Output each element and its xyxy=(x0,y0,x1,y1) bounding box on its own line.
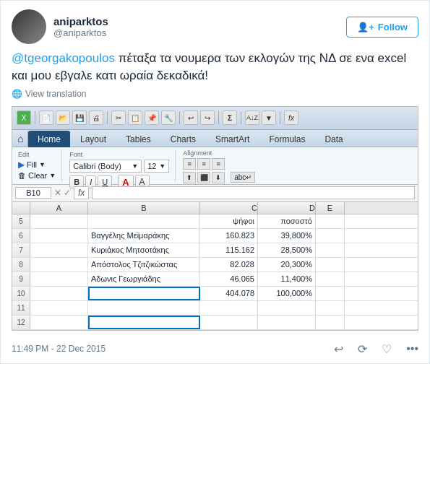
clear-label: Clear xyxy=(28,171,47,180)
open-icon[interactable]: 📂 xyxy=(56,110,70,125)
sort-icon[interactable]: A↓Z xyxy=(245,110,259,125)
cell-5e[interactable] xyxy=(316,214,345,228)
cell-5c[interactable]: ψήφοι xyxy=(200,214,258,228)
col-header-b[interactable]: B xyxy=(88,202,200,214)
font-name-dropdown[interactable]: ▼ xyxy=(132,162,138,170)
print-icon[interactable]: 🖨 xyxy=(89,110,103,125)
fx-icon[interactable]: fx xyxy=(284,110,298,125)
globe-icon: 🌐 xyxy=(12,89,22,99)
formula-cancel-icon[interactable]: ✕ xyxy=(54,188,61,198)
cell-7b[interactable]: Κυριάκος Μητσοτάκης xyxy=(88,243,200,257)
cell-11b[interactable] xyxy=(88,301,200,315)
align-center-button[interactable]: ≡ xyxy=(197,158,210,170)
align-right-button[interactable]: ≡ xyxy=(212,158,225,170)
cell-10c[interactable]: 404.078 xyxy=(200,287,258,300)
align-bottom-button[interactable]: ⬇ xyxy=(212,172,225,183)
cell-5b[interactable] xyxy=(88,214,200,228)
tab-layout[interactable]: Layout xyxy=(71,131,116,147)
redo-icon[interactable]: ↪ xyxy=(200,110,215,125)
retweet-icon[interactable]: ⟳ xyxy=(358,342,367,356)
table-row-8: 8 Απόστολος Τζιτζικώστας 82.028 20,300% xyxy=(12,258,418,272)
more-icon[interactable]: ••• xyxy=(406,342,418,356)
cell-6a[interactable] xyxy=(30,229,88,243)
edit-group-label: Edit xyxy=(18,151,30,158)
cell-8b[interactable]: Απόστολος Τζιτζικώστας xyxy=(88,258,200,271)
scissors-icon[interactable]: ✂ xyxy=(111,110,126,125)
cell-8c[interactable]: 82.028 xyxy=(200,258,258,271)
cell-9d[interactable]: 11,400% xyxy=(258,272,316,286)
cell-11d[interactable] xyxy=(258,301,316,315)
tweet-timestamp: 11:49 PM - 22 Dec 2015 xyxy=(12,344,106,354)
alignment-group-label: Alignment xyxy=(183,149,212,157)
font-size-dropdown[interactable]: ▼ xyxy=(159,162,165,170)
cell-11c[interactable] xyxy=(200,301,258,315)
save-icon[interactable]: 💾 xyxy=(72,110,87,125)
tab-data[interactable]: Data xyxy=(315,131,352,147)
tab-formulas[interactable]: Formulas xyxy=(259,131,314,147)
cell-11a[interactable] xyxy=(30,301,88,315)
wrap-text-button[interactable]: abc↵ xyxy=(231,172,255,183)
col-header-d[interactable]: D xyxy=(258,202,316,214)
cell-6c[interactable]: 160.823 xyxy=(200,229,258,243)
undo-icon[interactable]: ↩ xyxy=(184,110,198,125)
cell-5d[interactable]: ποσοστό xyxy=(258,214,316,228)
cell-8a[interactable] xyxy=(30,258,88,271)
cell-6d[interactable]: 39,800% xyxy=(258,229,316,243)
cell-11e[interactable] xyxy=(316,301,345,315)
follow-button[interactable]: 👤+ Follow xyxy=(346,17,418,38)
cell-10d[interactable]: 100,000% xyxy=(258,287,316,300)
cell-reference-box[interactable]: B10 xyxy=(15,187,51,199)
formula-confirm-icon[interactable]: ✓ xyxy=(64,188,71,198)
paste2-icon[interactable]: 🔧 xyxy=(161,110,176,125)
align-left-button[interactable]: ≡ xyxy=(183,158,196,170)
filter-icon[interactable]: ▼ xyxy=(262,110,276,125)
cell-9a[interactable] xyxy=(30,272,88,286)
col-header-a[interactable]: A xyxy=(30,202,88,214)
cell-7d[interactable]: 28,500% xyxy=(258,243,316,257)
copy-icon[interactable]: 📋 xyxy=(128,110,142,125)
cell-6b[interactable]: Βαγγέλης Μεϊμαράκης xyxy=(88,229,200,243)
cell-12d[interactable] xyxy=(258,316,316,329)
cell-9e[interactable] xyxy=(316,272,345,286)
cell-8d[interactable]: 20,300% xyxy=(258,258,316,271)
tab-smartart[interactable]: SmartArt xyxy=(206,131,259,147)
align-middle-button[interactable]: ⬛ xyxy=(197,172,210,183)
cell-9b[interactable]: Αδωνις Γεωργιάδης xyxy=(88,272,200,286)
col-header-c[interactable]: C xyxy=(200,202,258,214)
toolbar-sep-5 xyxy=(241,111,241,124)
cell-12a[interactable] xyxy=(30,316,88,329)
cell-5a[interactable] xyxy=(30,214,88,228)
new-icon[interactable]: 📄 xyxy=(39,110,53,125)
row-num-12: 12 xyxy=(12,316,30,329)
col-header-e[interactable]: E xyxy=(316,202,345,214)
like-icon[interactable]: ♡ xyxy=(382,342,392,356)
font-size-selector[interactable]: 12 ▼ xyxy=(144,160,169,173)
fill-dropdown-icon[interactable]: ▼ xyxy=(39,161,46,168)
excel-topbar: X 📄 📂 💾 🖨 ✂ 📋 📌 🔧 ↩ ↪ Σ A↓Z ▼ fx xyxy=(12,107,418,130)
cell-7a[interactable] xyxy=(30,243,88,257)
tab-home[interactable]: Home xyxy=(28,131,70,147)
cell-7e[interactable] xyxy=(316,243,345,257)
cell-10a[interactable] xyxy=(30,287,88,300)
cell-9c[interactable]: 46.065 xyxy=(200,272,258,286)
home-nav-icon[interactable]: ⌂ xyxy=(14,131,28,147)
cell-6e[interactable] xyxy=(316,229,345,243)
view-translation[interactable]: 🌐 View translation xyxy=(12,89,418,99)
cell-12b[interactable] xyxy=(88,316,200,329)
reply-icon[interactable]: ↩ xyxy=(334,342,343,356)
tab-charts[interactable]: Charts xyxy=(161,131,205,147)
cell-10e[interactable] xyxy=(316,287,345,300)
cell-10b[interactable] xyxy=(88,287,200,300)
cell-12c[interactable] xyxy=(200,316,258,329)
paste-icon[interactable]: 📌 xyxy=(145,110,159,125)
cell-7c[interactable]: 115.162 xyxy=(200,243,258,257)
cell-8e[interactable] xyxy=(316,258,345,271)
cell-12e[interactable] xyxy=(316,316,345,329)
clear-dropdown-icon[interactable]: ▼ xyxy=(49,172,56,179)
align-top-button[interactable]: ⬆ xyxy=(183,172,196,183)
tab-tables[interactable]: Tables xyxy=(116,131,160,147)
sigma-icon[interactable]: Σ xyxy=(223,110,237,125)
font-name-selector[interactable]: Calibri (Body) ▼ xyxy=(69,160,142,173)
tweet-mention[interactable]: @tgeorgakopoulos xyxy=(12,51,115,65)
formula-input[interactable] xyxy=(92,186,415,199)
